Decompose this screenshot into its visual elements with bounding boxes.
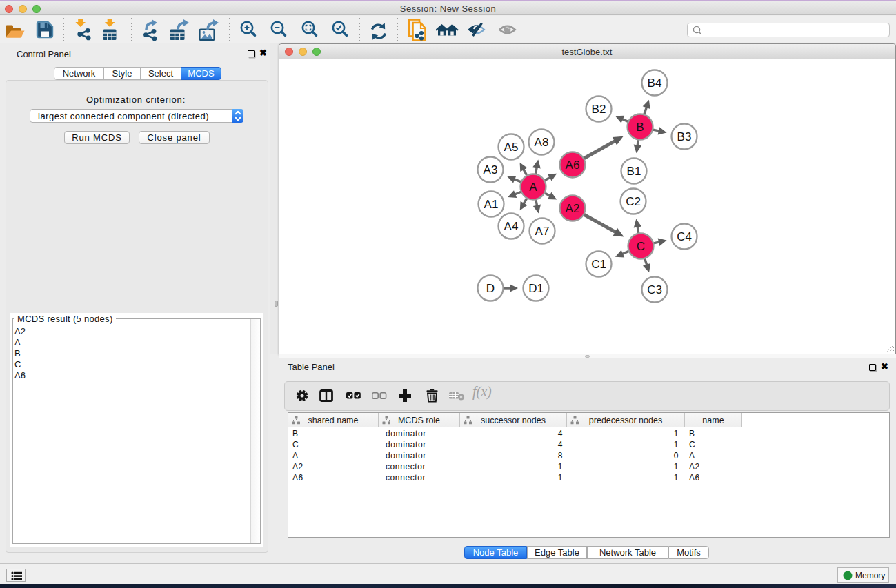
svg-text:B1: B1 bbox=[627, 165, 641, 178]
svg-text:D: D bbox=[486, 282, 495, 295]
svg-text:C2: C2 bbox=[626, 195, 641, 208]
svg-text:D1: D1 bbox=[528, 282, 544, 295]
svg-text:A3: A3 bbox=[484, 163, 498, 176]
svg-text:A8: A8 bbox=[535, 136, 549, 149]
svg-text:A: A bbox=[529, 181, 537, 194]
svg-text:A6: A6 bbox=[566, 159, 580, 172]
svg-text:A7: A7 bbox=[535, 225, 550, 238]
svg-text:C3: C3 bbox=[647, 283, 662, 296]
svg-text:A5: A5 bbox=[504, 141, 519, 154]
svg-text:B2: B2 bbox=[592, 103, 606, 116]
svg-text:A1: A1 bbox=[484, 198, 499, 211]
svg-text:C4: C4 bbox=[677, 230, 692, 243]
svg-text:B: B bbox=[636, 121, 644, 134]
svg-text:B4: B4 bbox=[648, 77, 662, 90]
svg-text:C1: C1 bbox=[591, 258, 606, 271]
svg-text:B3: B3 bbox=[677, 130, 692, 143]
svg-text:A2: A2 bbox=[566, 202, 580, 215]
svg-text:C: C bbox=[637, 240, 645, 253]
svg-text:A4: A4 bbox=[504, 220, 519, 233]
